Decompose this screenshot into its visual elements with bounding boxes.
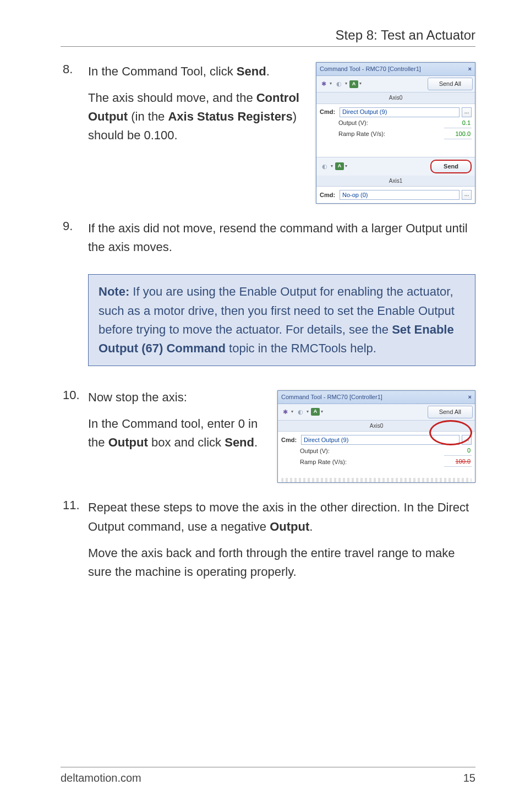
close-icon[interactable]: × [468,64,472,74]
toolbar: ✱▾ ◐▾ A▾ Send All [316,76,475,92]
text: box and click [148,435,225,449]
step-number: 9. [61,219,88,233]
footer-left: deltamotion.com [61,772,141,784]
output-label: Output (V): [338,118,442,128]
page-footer: deltamotion.com 15 [61,767,475,784]
send-all-button[interactable]: Send All [428,406,473,418]
window-titlebar: Command Tool - RMC70 [Controller1] × [316,63,475,76]
step-10: 10. Command Tool - RMC70 [Controller1] ×… [61,388,475,489]
note-label: Note: [99,285,129,298]
browse-button[interactable]: ... [462,435,472,445]
text-bold: Output [108,435,148,449]
step-8: 8. Command Tool - RMC70 [Controller1] × … [61,62,475,209]
ramp-value[interactable]: 100.0 [444,129,472,139]
footer-page-number: 15 [463,772,475,784]
wand-icon[interactable]: ✱ [280,407,290,417]
chevron-down-icon[interactable]: ▾ [345,80,347,87]
text: topic in the RMCTools help. [226,341,376,355]
chevron-down-icon[interactable]: ▾ [291,408,293,415]
output-value[interactable]: 0 [444,446,472,456]
text-bold: Send [237,64,266,78]
axis0-tab: Axis0 [316,92,475,104]
window-title: Command Tool - RMC70 [Controller1] [281,393,382,402]
ramp-label: Ramp Rate (V/s): [300,457,442,467]
window-title: Command Tool - RMC70 [Controller1] [320,64,421,74]
browse-button[interactable]: ... [462,190,472,200]
stored-cmd-icon[interactable]: A [349,80,358,88]
browse-button[interactable]: ... [462,107,472,117]
command-tool-screenshot-2: Command Tool - RMC70 [Controller1] × ✱▾ … [277,390,475,483]
torn-edge [281,478,472,482]
text: . [309,520,313,533]
cmd-label: Cmd: [281,435,299,445]
text: . [266,64,270,78]
chevron-down-icon[interactable]: ▾ [321,408,323,415]
chevron-down-icon[interactable]: ▾ [345,163,347,170]
note-box: Note: If you are using the Enable Output… [88,274,475,366]
cmd-label: Cmd: [320,107,337,117]
chevron-down-icon[interactable]: ▾ [359,80,362,87]
send-all-button[interactable]: Send All [428,78,473,90]
text: . [254,435,258,449]
cmd-field[interactable]: Direct Output (9) [340,107,460,117]
window-titlebar: Command Tool - RMC70 [Controller1] × [278,391,475,404]
text: Move the axis back and forth through the… [88,544,475,581]
text: (in the [128,110,168,123]
step-9: 9. If the axis did not move, resend the … [61,219,475,264]
step-number: 11. [61,498,88,513]
step-number: 10. [61,388,88,402]
cmd-field-2[interactable]: No-op (0) [340,190,460,200]
step-number: 8. [61,62,88,77]
chevron-down-icon[interactable]: ▾ [307,408,309,415]
send-button[interactable]: Send [430,160,472,173]
page-header: Step 8: Test an Actuator [61,28,475,47]
output-label: Output (V): [300,446,442,456]
chevron-down-icon[interactable]: ▾ [330,80,332,87]
text: If the axis did not move, resend the com… [88,219,475,257]
text-bold: Axis Status Registers [168,110,292,123]
text-bold: Send [225,435,254,449]
globe-icon[interactable]: ◐ [334,79,344,89]
toolbar: ✱▾ ◐▾ A▾ Send All [278,404,475,421]
chevron-down-icon[interactable]: ▾ [331,163,333,170]
stored-cmd-icon[interactable]: A [311,408,320,416]
ramp-label: Ramp Rate (V/s): [338,129,442,139]
cmd-label: Cmd: [320,190,337,200]
text: In the Command Tool, click [88,64,237,78]
close-icon[interactable]: × [468,393,472,402]
text-bold: Output [270,520,309,533]
text: The axis should move, and the [88,91,256,105]
axis0-tab: Axis0 [278,421,475,432]
ramp-value[interactable]: 100.0 [444,457,472,467]
command-tool-screenshot-1: Command Tool - RMC70 [Controller1] × ✱▾ … [316,62,475,204]
globe-icon[interactable]: ◐ [320,161,330,171]
stored-cmd-icon[interactable]: A [335,162,344,170]
globe-icon[interactable]: ◐ [296,407,305,417]
axis1-tab: Axis1 [316,176,475,187]
step-11: 11. Repeat these steps to move the axis … [61,498,475,588]
cmd-field[interactable]: Direct Output (9) [301,435,460,445]
output-value[interactable]: 0.1 [444,118,472,128]
toolbar-2: ◐▾ A▾ Send [316,157,475,176]
wand-icon[interactable]: ✱ [319,79,329,89]
